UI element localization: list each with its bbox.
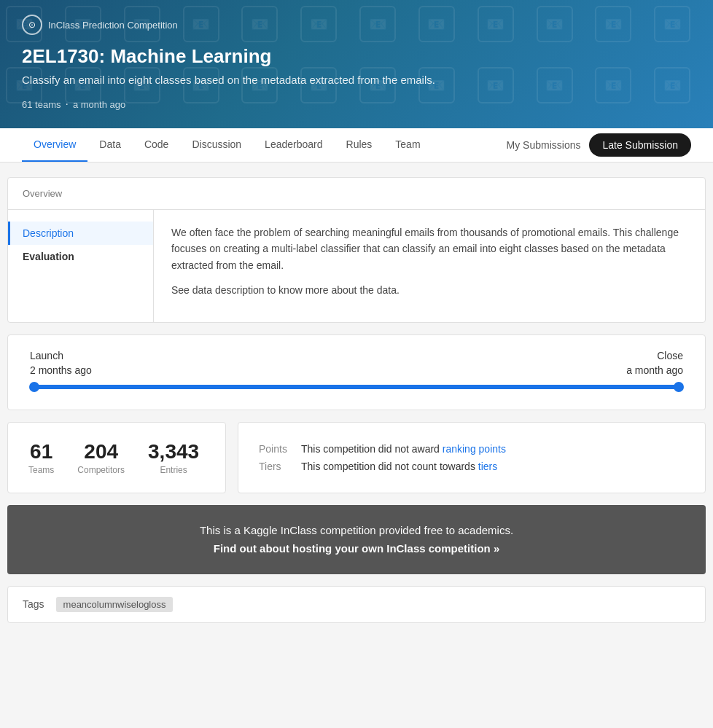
entries-number: 3,343 <box>148 440 199 463</box>
timeline-dates: 2 months ago a month ago <box>30 364 683 376</box>
nav-tabs: Overview Data Code Discussion Leaderboar… <box>22 128 432 162</box>
teams-number: 61 <box>28 440 54 463</box>
overview-body: Description Evaluation We often face the… <box>8 210 705 322</box>
stats-row: 61 Teams 204 Competitors 3,343 Entries P… <box>7 422 706 493</box>
stats-card: 61 Teams 204 Competitors 3,343 Entries <box>7 422 226 493</box>
launch-date: 2 months ago <box>30 364 92 376</box>
promo-banner: This is a Kaggle InClass competition pro… <box>7 505 706 574</box>
promo-link[interactable]: Find out about hosting your own InClass … <box>214 542 500 555</box>
sidebar-item-description[interactable]: Description <box>8 222 153 245</box>
brand-label: ⊙ InClass Prediction Competition <box>22 15 691 35</box>
points-card: Points This competition did not award ra… <box>238 422 706 493</box>
competition-banner: 📧📧📧 📧📧📧 📧📧📧 📧📧📧 📧📧📧 📧📧📧 📧📧📧 📧📧📧 ⊙ InClas… <box>0 0 713 128</box>
overview-description-content: We often face the problem of searching m… <box>154 210 705 322</box>
overview-card: Overview Description Evaluation We often… <box>7 177 706 323</box>
tab-data[interactable]: Data <box>87 128 133 162</box>
nav-bar: Overview Data Code Discussion Leaderboar… <box>0 128 713 163</box>
description-paragraph-1: We often face the problem of searching m… <box>171 224 687 273</box>
my-submissions-link[interactable]: My Submissions <box>507 139 581 151</box>
timeline-start-dot <box>29 382 39 392</box>
tab-discussion[interactable]: Discussion <box>180 128 253 162</box>
time-ago: a month ago <box>73 99 125 110</box>
tiers-row: Tiers This competition did not count tow… <box>259 461 685 472</box>
competition-title: 2EL1730: Machine Learning <box>22 45 691 68</box>
points-row: Points This competition did not award ra… <box>259 443 685 455</box>
nav-right: My Submissions Late Submission <box>507 133 691 157</box>
meta-separator: · <box>65 98 68 111</box>
tiers-link[interactable]: tiers <box>478 461 497 472</box>
tab-code[interactable]: Code <box>133 128 180 162</box>
close-label: Close <box>657 350 683 361</box>
main-content: Overview Description Evaluation We often… <box>0 163 713 638</box>
timeline-end-dot <box>674 382 684 392</box>
sidebar-item-evaluation[interactable]: Evaluation <box>8 245 153 268</box>
competitors-label: Competitors <box>77 465 125 475</box>
tags-label: Tags <box>23 598 44 610</box>
description-paragraph-2: See data description to know more about … <box>171 282 687 298</box>
timeline-progress-bar <box>30 385 683 389</box>
teams-count: 61 teams <box>22 99 61 110</box>
tab-team[interactable]: Team <box>383 128 432 162</box>
tab-rules[interactable]: Rules <box>335 128 384 162</box>
stat-teams: 61 Teams <box>28 440 54 475</box>
tags-card: Tags meancolumnwiselogloss <box>7 586 706 623</box>
brand-icon: ⊙ <box>22 15 42 35</box>
late-submission-button[interactable]: Late Submission <box>589 133 691 157</box>
launch-label: Launch <box>30 350 63 361</box>
banner-meta: 61 teams · a month ago <box>22 98 691 111</box>
ranking-points-link[interactable]: ranking points <box>443 443 506 455</box>
teams-label: Teams <box>28 465 54 475</box>
competitors-number: 204 <box>77 440 125 463</box>
promo-line-1: This is a Kaggle InClass competition pro… <box>22 521 691 540</box>
stat-competitors: 204 Competitors <box>77 440 125 475</box>
overview-sidebar: Description Evaluation <box>8 210 154 322</box>
points-text: This competition did not award ranking p… <box>301 443 506 455</box>
entries-label: Entries <box>148 465 199 475</box>
stat-entries: 3,343 Entries <box>148 440 199 475</box>
points-label: Points <box>259 443 295 455</box>
timeline-labels: Launch Close <box>30 350 683 361</box>
tiers-text: This competition did not count towards t… <box>301 461 497 472</box>
tab-leaderboard[interactable]: Leaderboard <box>253 128 334 162</box>
overview-card-header: Overview <box>8 178 705 210</box>
competition-subtitle: Classify an email into eight classes bas… <box>22 74 691 86</box>
tiers-label: Tiers <box>259 461 295 472</box>
close-date: a month ago <box>626 364 683 376</box>
tag-item[interactable]: meancolumnwiselogloss <box>56 597 174 612</box>
timeline-card: Launch Close 2 months ago a month ago <box>7 334 706 410</box>
tab-overview[interactable]: Overview <box>22 128 87 162</box>
